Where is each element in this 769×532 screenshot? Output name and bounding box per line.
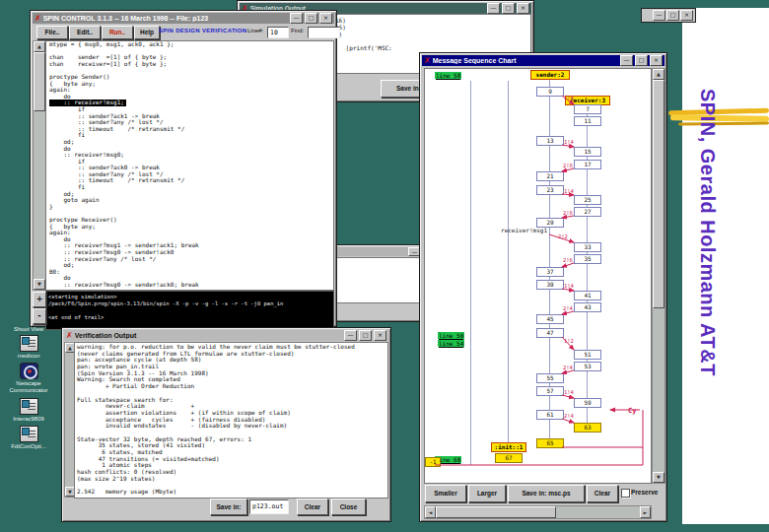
- find-label: Find:: [291, 28, 304, 33]
- msc-larger-button[interactable]: Larger: [468, 485, 506, 502]
- scroll-up-button[interactable]: ▲: [653, 69, 664, 80]
- step-box: 25: [574, 195, 601, 205]
- verification-filename-field[interactable]: p123.out: [249, 499, 289, 514]
- msc-save-button[interactable]: Save in: msc.ps: [508, 485, 585, 502]
- msc-vertical-scrollbar[interactable]: ▲ ▼: [652, 68, 665, 484]
- run-menu-button[interactable]: Run..: [102, 26, 133, 39]
- verification-line: 2.542 memory usage (Mbyte): [77, 489, 387, 496]
- scroll-thumb[interactable]: [34, 52, 45, 111]
- message-label: 2!2: [558, 233, 568, 239]
- scroll-down-button[interactable]: ▼: [34, 279, 45, 290]
- msc-chart-canvas[interactable]: line 58line 50line 54line 68sender:2rece…: [424, 68, 652, 484]
- verification-save-button[interactable]: Save in:: [210, 499, 247, 515]
- zoom-out-button[interactable]: -: [33, 308, 46, 324]
- code-line: od;: [49, 139, 333, 146]
- find-input[interactable]: [308, 27, 340, 38]
- message-label: 2!4: [564, 413, 575, 419]
- preserve-checkbox[interactable]: [621, 489, 630, 498]
- line-badge: line 58: [435, 72, 461, 79]
- slide-caption: SPIN, Gerald Holzmann AT&T: [696, 89, 719, 453]
- close-button[interactable]: ×: [517, 3, 529, 14]
- minimize-button[interactable]: —: [487, 3, 500, 14]
- scroll-thumb[interactable]: [436, 506, 556, 518]
- code-line: :: timeout /* retransmit */: [49, 177, 333, 184]
- spin-control-titlebar[interactable]: ✗ SPIN CONTROL 3.1.3 -- 16 March 1998 --…: [33, 13, 334, 24]
- step-box: 15: [574, 147, 601, 157]
- message-label: 1!4: [564, 283, 575, 289]
- desktop: SPIN, Gerald Holzmann AT&T Shoot Viewmed…: [0, 0, 769, 532]
- scroll-down-button[interactable]: ▼: [653, 472, 664, 483]
- file-menu-button[interactable]: File..: [36, 26, 68, 39]
- maximize-button[interactable]: □: [359, 330, 372, 341]
- desktop-icon-interac9809[interactable]: Interac9809: [6, 398, 51, 423]
- message-label: 1!4: [564, 389, 575, 395]
- message-label: 2!8: [563, 163, 573, 168]
- app-icon: ✗: [66, 332, 73, 340]
- edit-menu-button[interactable]: Edit..: [69, 26, 101, 39]
- verification-close-button[interactable]: Close: [331, 499, 366, 515]
- verification-output-text: warning: for p.o. reduction to be valid …: [74, 342, 388, 499]
- code-line: :: timeout /* retransmit */: [49, 126, 333, 133]
- msc-title: Message Sequence Chart: [433, 57, 618, 64]
- code-scrollbar[interactable]: ▲ ▼: [33, 40, 46, 291]
- verification-output-title: Verification Output: [75, 332, 342, 339]
- maximize-button[interactable]: □: [635, 55, 648, 66]
- maximize-button[interactable]: □: [305, 13, 317, 24]
- step-box: 35: [574, 254, 601, 264]
- simulation-terminal: <starting simulation>/pack/F6/Spin.prog/…: [45, 291, 334, 330]
- close-button[interactable]: ×: [680, 10, 693, 21]
- msc-titlebar[interactable]: ✗ Message Sequence Chart — □ ×: [422, 55, 664, 66]
- step-box: 65: [536, 438, 564, 448]
- code-line: :: receiver?msg0 -> sender!ack0; break: [49, 282, 333, 289]
- msc-clear-button[interactable]: Clear: [587, 485, 618, 502]
- message-label: 2!4: [563, 305, 574, 311]
- terminal-line: /pack/F6/Spin.prog/spin-3.13/bin/spin -X…: [48, 300, 331, 307]
- scroll-thumb[interactable]: [653, 80, 664, 308]
- slide-strip: SPIN, Gerald Holzmann AT&T: [682, 8, 769, 524]
- msc-horizontal-scrollbar[interactable]: ◄ ►: [424, 505, 652, 519]
- desktop-icon-medicon[interactable]: medicon: [6, 335, 51, 360]
- desktop-icon-label: medicon: [6, 353, 51, 360]
- desktop-icon-netscape-communicator[interactable]: Netscape Communicator: [6, 363, 51, 394]
- spin-control-window: ✗ SPIN CONTROL 3.1.3 -- 16 March 1998 --…: [30, 10, 337, 327]
- maximize-button[interactable]: □: [666, 10, 679, 21]
- terminal-line: <at end of trail>: [48, 314, 331, 321]
- help-menu-button[interactable]: Help: [134, 26, 160, 39]
- code-line: goto again: [49, 197, 333, 204]
- close-button[interactable]: ×: [319, 13, 332, 24]
- promela-code-editor[interactable]: mtype = { msg0, msg1, ack0, ack1 };chan …: [45, 40, 334, 291]
- minimize-button[interactable]: —: [620, 55, 633, 66]
- scroll-left-button[interactable]: ◄: [425, 506, 436, 518]
- close-button[interactable]: ×: [650, 55, 663, 66]
- code-line: { byte any;: [49, 81, 333, 88]
- step-box: 7: [574, 104, 601, 114]
- verification-clear-button[interactable]: Clear: [297, 499, 328, 515]
- line-number-label: Line#:: [247, 28, 263, 33]
- spin-control-title: SPIN CONTROL 3.1.3 -- 16 March 1998 -- F…: [43, 15, 288, 22]
- process-lifeline: [470, 81, 471, 465]
- terminal-line: [48, 307, 331, 314]
- step-box: 9: [536, 87, 564, 97]
- minimize-button[interactable]: —: [290, 13, 303, 24]
- desktop-icon-fdtconopti[interactable]: FdtConOpti...: [6, 426, 51, 450]
- step-box: 47: [536, 328, 564, 338]
- zoom-in-button[interactable]: +: [33, 292, 46, 307]
- scroll-right-button[interactable]: ►: [640, 506, 651, 518]
- scroll-up-button[interactable]: ▲: [34, 41, 45, 52]
- maximize-button[interactable]: □: [502, 3, 515, 14]
- terminal-line: <starting simulation>: [48, 294, 331, 300]
- message-sequence-chart-window: ✗ Message Sequence Chart — □ × line 58li…: [419, 52, 667, 522]
- minimize-button[interactable]: —: [344, 330, 357, 341]
- verification-output-titlebar[interactable]: ✗ Verification Output — □ ×: [64, 330, 388, 341]
- verification-output-window: ✗ Verification Output — □ × ▲ ▼ warning:…: [61, 327, 391, 522]
- line-number-input[interactable]: 10: [267, 27, 289, 38]
- msc-smaller-button[interactable]: Smaller: [425, 485, 466, 502]
- close-button[interactable]: ×: [374, 330, 386, 341]
- verification-line: (max size 2^19 states): [77, 476, 387, 483]
- message-label: 1!2: [564, 338, 574, 344]
- message-arrow: [549, 234, 574, 242]
- minimize-button[interactable]: —: [653, 10, 665, 21]
- step-box: -1: [425, 457, 441, 467]
- preserve-label: Preserve: [631, 489, 658, 496]
- cycle-label: Cy: [628, 407, 637, 415]
